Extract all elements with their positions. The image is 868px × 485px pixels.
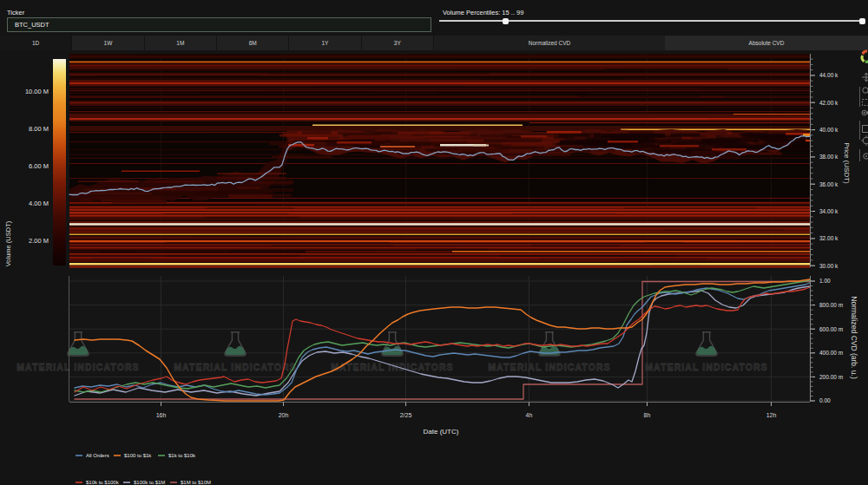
svg-text:2.00 M: 2.00 M	[29, 237, 49, 245]
svg-text:$1M to $10M: $1M to $10M	[181, 480, 211, 485]
svg-text:MATERIAL INDICATORS: MATERIAL INDICATORS	[174, 362, 296, 372]
svg-text:34.00 k: 34.00 k	[819, 208, 838, 214]
svg-text:2/25: 2/25	[400, 412, 412, 418]
svg-text:MATERIAL INDICATORS: MATERIAL INDICATORS	[16, 362, 139, 372]
svg-text:400.00 m: 400.00 m	[819, 350, 843, 356]
svg-text:Normalized CVD (arb. u.): Normalized CVD (arb. u.)	[850, 296, 858, 379]
svg-text:$100 to $1k: $100 to $1k	[124, 453, 152, 458]
svg-text:$10k to $100k: $10k to $100k	[86, 480, 120, 485]
svg-text:6.00 M: 6.00 M	[29, 162, 49, 170]
svg-text:8h: 8h	[644, 412, 651, 418]
svg-text:40.00 k: 40.00 k	[819, 127, 838, 133]
svg-text:800.00 m: 800.00 m	[819, 302, 843, 308]
svg-text:Volume (USDT): Volume (USDT)	[4, 220, 12, 266]
svg-text:All Orders: All Orders	[86, 453, 109, 458]
svg-text:Price (USDT): Price (USDT)	[843, 142, 851, 184]
svg-text:30.00 k: 30.00 k	[819, 263, 838, 269]
svg-text:20h: 20h	[279, 412, 289, 418]
svg-text:MATERIAL INDICATORS: MATERIAL INDICATORS	[645, 362, 767, 372]
svg-text:200.00 m: 200.00 m	[819, 374, 843, 380]
svg-text:$100k to $1M: $100k to $1M	[134, 480, 165, 485]
svg-text:4h: 4h	[526, 412, 533, 418]
svg-text:42.00 k: 42.00 k	[819, 100, 838, 106]
svg-text:MATERIAL INDICATORS: MATERIAL INDICATORS	[331, 362, 453, 372]
svg-text:MATERIAL INDICATORS: MATERIAL INDICATORS	[488, 362, 610, 372]
svg-text:32.00 k: 32.00 k	[819, 235, 838, 241]
svg-text:4.00 M: 4.00 M	[29, 200, 49, 207]
svg-text:600.00 m: 600.00 m	[819, 326, 843, 332]
svg-text:Date (UTC): Date (UTC)	[424, 428, 459, 436]
svg-text:44.00 k: 44.00 k	[819, 72, 838, 78]
svg-text:16h: 16h	[156, 412, 167, 418]
svg-text:1.00: 1.00	[819, 278, 831, 284]
svg-text:8.00 M: 8.00 M	[29, 125, 49, 133]
svg-text:12h: 12h	[766, 412, 777, 418]
svg-text:0.00: 0.00	[819, 397, 831, 403]
svg-text:36.00 k: 36.00 k	[819, 181, 838, 187]
svg-text:38.00 k: 38.00 k	[819, 154, 838, 160]
svg-text:10.00 M: 10.00 M	[25, 88, 49, 95]
svg-text:$1k to $10k: $1k to $10k	[168, 453, 196, 458]
